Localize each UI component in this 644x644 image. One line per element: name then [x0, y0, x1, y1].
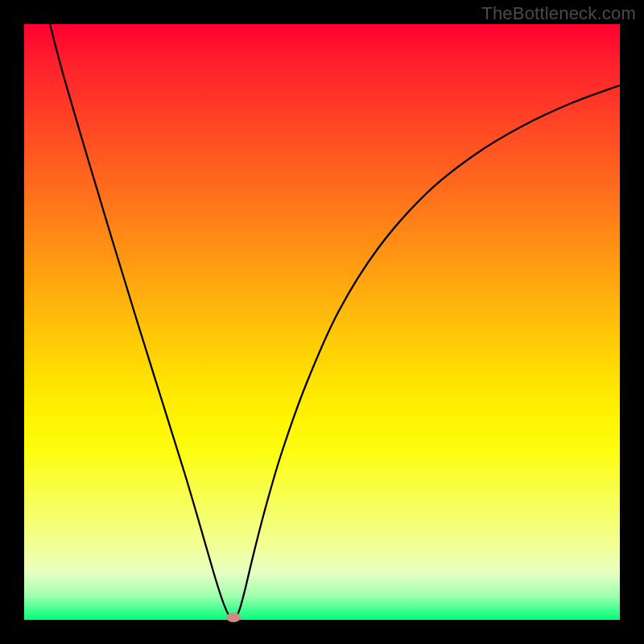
optimum-marker	[226, 613, 241, 622]
curve-svg	[24, 24, 620, 620]
bottleneck-curve	[50, 24, 620, 619]
chart-frame: TheBottleneck.com	[0, 0, 644, 644]
plot-area	[24, 24, 620, 620]
watermark-text: TheBottleneck.com	[481, 3, 636, 24]
